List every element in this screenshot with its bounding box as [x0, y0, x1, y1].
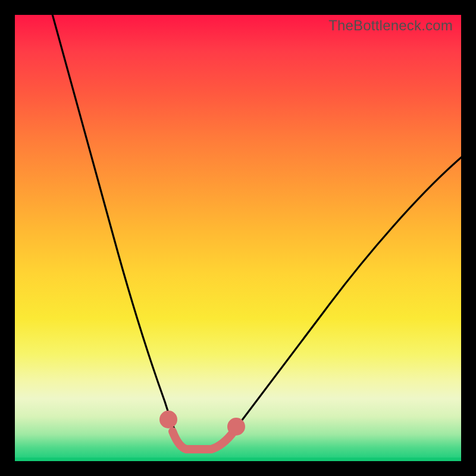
watermark-text: TheBottleneck.com	[328, 17, 453, 34]
bottleneck-curve-svg	[15, 15, 461, 461]
marker-trough-path	[173, 431, 234, 449]
chart-plot-area: TheBottleneck.com	[15, 15, 461, 461]
minimum-highlight	[164, 415, 241, 449]
bottleneck-curve-path	[48, 15, 461, 450]
marker-dot-left	[164, 415, 173, 424]
marker-dot-right	[231, 422, 241, 431]
